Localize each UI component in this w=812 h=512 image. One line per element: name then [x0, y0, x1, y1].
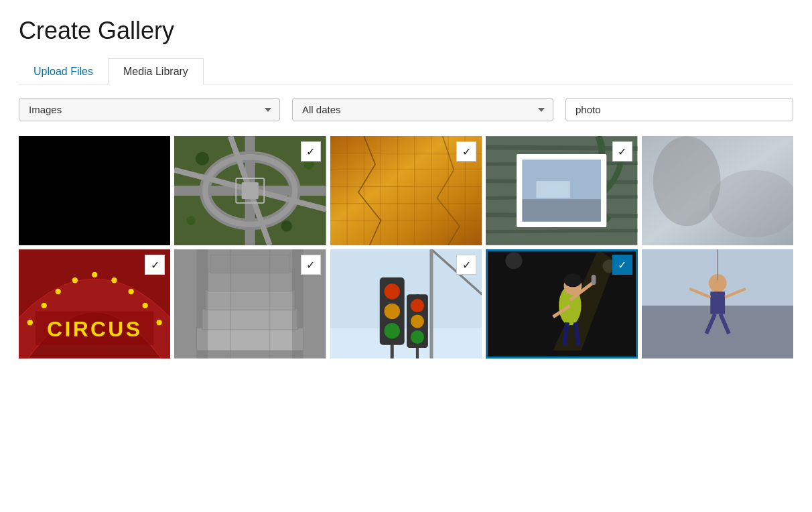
svg-point-55 [156, 320, 161, 325]
svg-point-81 [411, 330, 424, 344]
svg-point-79 [411, 299, 424, 312]
svg-point-74 [384, 284, 399, 300]
svg-text:CIRCUS: CIRCUS [47, 317, 142, 341]
filters-bar: Images All media items Audio Video Docum… [19, 98, 793, 121]
svg-rect-63 [211, 255, 289, 273]
svg-point-44 [653, 136, 720, 226]
svg-point-52 [111, 277, 117, 283]
check-badge-9[interactable]: ✓ [612, 255, 632, 275]
search-input[interactable] [565, 98, 793, 121]
date-filter-select[interactable]: All dates January 2024 February 2024 [292, 98, 553, 121]
svg-point-11 [281, 220, 293, 232]
svg-point-12 [187, 216, 196, 225]
check-badge-4[interactable]: ✓ [612, 141, 632, 162]
svg-rect-61 [206, 290, 295, 310]
svg-point-80 [411, 315, 424, 328]
check-badge-6[interactable]: ✓ [145, 255, 165, 275]
image-item-1[interactable] [19, 136, 170, 245]
svg-point-75 [384, 304, 399, 319]
svg-rect-88 [592, 275, 596, 285]
image-item-7[interactable]: ✓ [174, 249, 326, 359]
svg-point-76 [384, 323, 399, 338]
svg-point-92 [564, 273, 582, 287]
svg-point-48 [42, 303, 47, 308]
svg-rect-66 [197, 249, 208, 359]
svg-rect-59 [197, 328, 303, 351]
svg-rect-97 [710, 292, 725, 314]
image-item-9[interactable]: ✓ [486, 249, 637, 359]
svg-point-10 [196, 152, 209, 166]
svg-point-49 [56, 289, 61, 294]
check-badge-8[interactable]: ✓ [456, 255, 476, 275]
type-filter-select[interactable]: Images All media items Audio Video Docum… [19, 98, 280, 121]
image-item-6[interactable]: CIRCUS ✓ [19, 249, 170, 359]
svg-point-50 [72, 277, 78, 283]
tabs-container: Upload Files Media Library [19, 58, 793, 84]
page-title: Create Gallery [19, 16, 793, 45]
svg-point-47 [27, 320, 33, 325]
tab-media-library[interactable]: Media Library [108, 58, 204, 84]
image-item-5[interactable] [642, 136, 793, 245]
svg-point-53 [129, 289, 134, 294]
svg-rect-41 [542, 187, 565, 196]
svg-point-51 [92, 272, 97, 277]
check-badge-2[interactable]: ✓ [301, 141, 321, 162]
svg-rect-8 [242, 182, 259, 199]
svg-rect-60 [202, 308, 298, 330]
image-item-3[interactable]: ✓ [330, 136, 482, 245]
image-item-8[interactable]: ✓ [330, 249, 482, 359]
image-item-4[interactable]: ✓ [486, 136, 637, 245]
svg-point-83 [506, 253, 523, 269]
svg-line-91 [576, 322, 578, 345]
page-container: Create Gallery Upload Files Media Librar… [0, 0, 812, 372]
tab-upload-files[interactable]: Upload Files [19, 58, 108, 84]
check-badge-3[interactable]: ✓ [456, 141, 476, 162]
image-item-10[interactable] [642, 249, 793, 359]
svg-point-54 [142, 303, 147, 308]
svg-line-35 [486, 231, 637, 232]
svg-line-90 [565, 322, 567, 345]
svg-rect-39 [523, 199, 601, 222]
check-badge-7[interactable]: ✓ [301, 255, 321, 275]
images-grid: ✓ [19, 136, 793, 359]
image-item-2[interactable]: ✓ [174, 136, 326, 245]
svg-rect-62 [208, 272, 293, 292]
